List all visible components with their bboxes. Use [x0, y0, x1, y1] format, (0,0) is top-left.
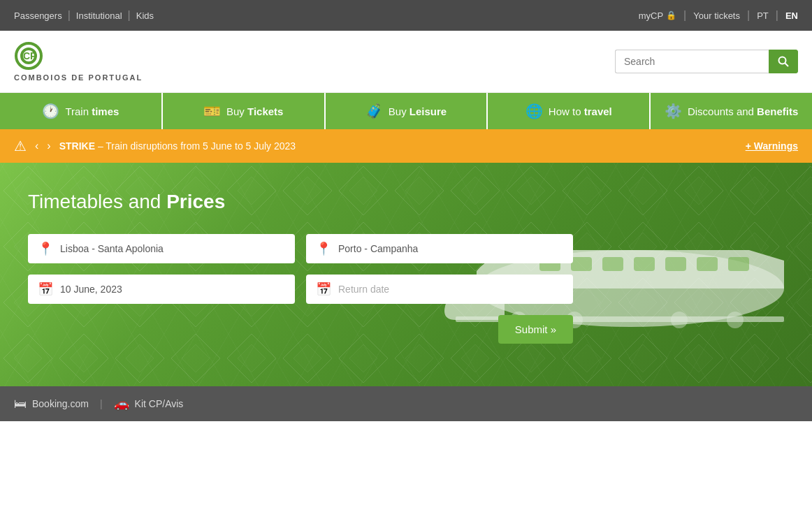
- origin-pin-icon: 📍: [38, 241, 53, 256]
- hero-title-bold: Prices: [166, 191, 225, 212]
- separator-3: |: [683, 9, 686, 22]
- warning-detail: – Train disruptions from 5 June to 5 Jul…: [98, 140, 296, 152]
- departure-date-field: 📅: [28, 275, 295, 304]
- origin-field: 📍: [28, 234, 295, 263]
- destination-input[interactable]: [338, 243, 563, 254]
- search-button[interactable]: [769, 50, 798, 73]
- return-date-field: 📅: [306, 275, 573, 304]
- warnings-link[interactable]: + Warnings: [746, 140, 798, 152]
- main-navigation: 🕐 Train times 🎫 Buy Tickets 🧳 Buy Leisur…: [0, 93, 812, 129]
- search-input[interactable]: [615, 50, 769, 73]
- svg-rect-11: [602, 257, 623, 271]
- svg-rect-14: [697, 257, 718, 271]
- how-to-travel-label: How to travel: [549, 105, 612, 117]
- svg-rect-12: [634, 257, 655, 271]
- booking-link[interactable]: 🛏 Booking.com: [14, 397, 89, 411]
- nav-buy-tickets[interactable]: 🎫 Buy Tickets: [163, 93, 326, 129]
- svg-point-3: [779, 57, 786, 64]
- top-navigation-bar: Passengers | Institutional | Kids myCP 🔒…: [0, 0, 812, 31]
- return-date-input[interactable]: [338, 284, 563, 295]
- separator-2: |: [128, 9, 131, 22]
- destination-pin-icon: 📍: [316, 241, 331, 256]
- warning-next[interactable]: ›: [47, 140, 50, 152]
- date-row: 📅 📅: [28, 275, 573, 304]
- site-header: CP COMBOIOS DE PORTUGAL: [0, 31, 812, 93]
- nav-discounts-benefits[interactable]: ⚙️ Discounts and Benefits: [651, 93, 812, 129]
- kit-label: Kit CP/Avis: [135, 398, 184, 409]
- submit-button[interactable]: Submit »: [498, 315, 573, 344]
- warning-prev[interactable]: ‹: [35, 140, 38, 152]
- svg-rect-15: [728, 257, 749, 271]
- top-bar-left: Passengers | Institutional | Kids: [14, 9, 154, 22]
- strike-label: STRIKE: [59, 140, 95, 152]
- mycp-link[interactable]: myCP 🔒: [639, 10, 676, 21]
- logo: CP: [14, 41, 56, 71]
- footer-separator: |: [100, 398, 103, 409]
- hero-section: Timetables and Prices 📍 📍 📅 📅 Subm: [0, 163, 812, 386]
- svg-line-4: [785, 64, 789, 67]
- nav-train-times[interactable]: 🕐 Train times: [0, 93, 163, 129]
- kit-link[interactable]: 🚗 Kit CP/Avis: [114, 396, 184, 411]
- gear-icon: ⚙️: [665, 103, 682, 119]
- return-calendar-icon: 📅: [316, 282, 331, 297]
- lock-icon: 🔒: [666, 10, 676, 20]
- calendar-icon: 📅: [38, 282, 53, 297]
- warning-bar: ⚠ ‹ › STRIKE – Train disruptions from 5 …: [0, 129, 812, 163]
- origin-input[interactable]: [60, 243, 285, 254]
- svg-rect-10: [571, 257, 592, 271]
- search-icon: [778, 56, 789, 67]
- warning-text: STRIKE – Train disruptions from 5 June t…: [59, 140, 737, 152]
- svg-rect-13: [665, 257, 686, 271]
- train-times-label: Train times: [65, 105, 119, 117]
- ticket-icon: 🎫: [203, 103, 221, 119]
- car-icon: 🚗: [114, 396, 129, 411]
- lang-pt[interactable]: PT: [757, 10, 769, 21]
- cp-logo-icon: CP: [14, 41, 56, 71]
- top-bar-right: myCP 🔒 | Your tickets | PT | EN: [639, 9, 798, 22]
- location-row: 📍 📍: [28, 234, 573, 263]
- svg-point-20: [727, 312, 744, 328]
- kids-link[interactable]: Kids: [136, 10, 154, 21]
- nav-how-to-travel[interactable]: 🌐 How to travel: [488, 93, 651, 129]
- separator-4: |: [747, 9, 750, 22]
- institutional-link[interactable]: Institutional: [76, 10, 122, 21]
- buy-tickets-label: Buy Tickets: [226, 105, 283, 117]
- booking-label: Booking.com: [32, 398, 89, 409]
- search-area: [615, 50, 798, 73]
- booking-icon: 🛏: [14, 397, 27, 411]
- luggage-icon: 🧳: [365, 103, 383, 119]
- timetable-search-form: 📍 📍 📅 📅 Submit »: [28, 234, 573, 344]
- lang-en[interactable]: EN: [785, 10, 798, 21]
- logo-text: COMBOIOS DE PORTUGAL: [14, 73, 143, 82]
- mycp-label: myCP: [639, 10, 663, 21]
- nav-buy-leisure[interactable]: 🧳 Buy Leisure: [326, 93, 488, 129]
- departure-date-input[interactable]: [60, 284, 285, 295]
- globe-icon: 🌐: [525, 103, 543, 119]
- svg-text:CP: CP: [23, 50, 36, 61]
- hero-title-plain: Timetables and: [28, 191, 166, 212]
- clock-icon: 🕐: [42, 103, 59, 119]
- destination-field: 📍: [306, 234, 573, 263]
- footer-links: 🛏 Booking.com | 🚗 Kit CP/Avis: [0, 386, 812, 421]
- passengers-link[interactable]: Passengers: [14, 10, 62, 21]
- hero-title: Timetables and Prices: [28, 191, 784, 213]
- your-tickets-link[interactable]: Your tickets: [693, 10, 740, 21]
- buy-leisure-label: Buy Leisure: [389, 105, 447, 117]
- submit-row: Submit »: [28, 315, 573, 344]
- logo-area: CP COMBOIOS DE PORTUGAL: [14, 41, 143, 82]
- separator-1: |: [68, 9, 71, 22]
- warning-icon: ⚠: [14, 138, 27, 154]
- discounts-benefits-label: Discounts and Benefits: [688, 105, 798, 117]
- separator-5: |: [776, 9, 778, 22]
- svg-point-19: [671, 312, 688, 328]
